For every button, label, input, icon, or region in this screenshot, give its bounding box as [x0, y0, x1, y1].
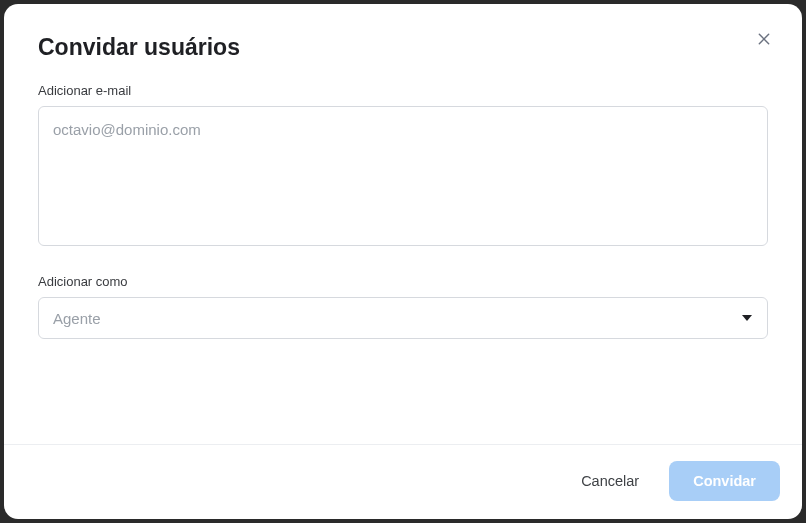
invite-users-modal: Convidar usuários Adicionar e-mail Adici… [4, 4, 802, 519]
email-input[interactable] [38, 106, 768, 246]
role-section: Adicionar como Agente [38, 274, 768, 339]
email-label: Adicionar e-mail [38, 83, 768, 98]
close-icon [756, 31, 772, 50]
modal-title: Convidar usuários [38, 34, 768, 61]
modal-body: Convidar usuários Adicionar e-mail Adici… [4, 4, 802, 444]
close-button[interactable] [752, 28, 776, 52]
role-select[interactable]: Agente [38, 297, 768, 339]
role-select-wrapper: Agente [38, 297, 768, 339]
cancel-button[interactable]: Cancelar [571, 465, 649, 497]
email-section: Adicionar e-mail [38, 83, 768, 250]
modal-footer: Cancelar Convidar [4, 444, 802, 519]
role-label: Adicionar como [38, 274, 768, 289]
invite-button[interactable]: Convidar [669, 461, 780, 501]
